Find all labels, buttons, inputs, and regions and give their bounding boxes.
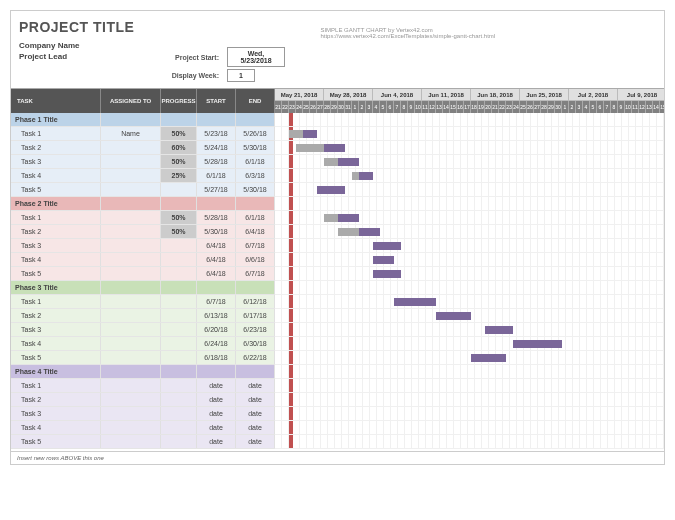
- task-assigned-cell[interactable]: [101, 239, 161, 252]
- task-name-cell[interactable]: Task 4: [11, 169, 101, 182]
- task-assigned-cell[interactable]: [101, 169, 161, 182]
- task-start-cell[interactable]: 5/30/18: [197, 225, 236, 238]
- task-row[interactable]: Task 1datedate: [11, 379, 275, 393]
- task-end-cell[interactable]: 6/23/18: [236, 323, 275, 336]
- task-row[interactable]: Task 55/27/185/30/18: [11, 183, 275, 197]
- task-end-cell[interactable]: 6/7/18: [236, 267, 275, 280]
- task-start-cell[interactable]: 6/18/18: [197, 351, 236, 364]
- phase-header-row[interactable]: Phase 4 Title: [11, 365, 275, 379]
- col-progress-header[interactable]: PROGRESS: [161, 89, 197, 113]
- task-name-cell[interactable]: Task 4: [11, 253, 101, 266]
- task-row[interactable]: Task 46/4/186/6/18: [11, 253, 275, 267]
- task-end-cell[interactable]: date: [236, 407, 275, 420]
- task-assigned-cell[interactable]: [101, 141, 161, 154]
- phase-header-row[interactable]: Phase 2 Title: [11, 197, 275, 211]
- task-end-cell[interactable]: 5/30/18: [236, 183, 275, 196]
- task-end-cell[interactable]: 5/26/18: [236, 127, 275, 140]
- task-start-cell[interactable]: 6/20/18: [197, 323, 236, 336]
- task-assigned-cell[interactable]: [101, 421, 161, 434]
- task-assigned-cell[interactable]: [101, 211, 161, 224]
- phase-header-row[interactable]: Phase 3 Title: [11, 281, 275, 295]
- task-name-cell[interactable]: Task 3: [11, 407, 101, 420]
- task-name-cell[interactable]: Task 2: [11, 393, 101, 406]
- phase-assigned[interactable]: [101, 365, 161, 378]
- task-start-cell[interactable]: 5/28/18: [197, 211, 236, 224]
- task-end-cell[interactable]: 6/22/18: [236, 351, 275, 364]
- task-progress-cell[interactable]: [161, 323, 197, 336]
- task-name-cell[interactable]: Task 3: [11, 155, 101, 168]
- phase-assigned[interactable]: [101, 197, 161, 210]
- task-row[interactable]: Task 1Name50%5/23/185/26/18: [11, 127, 275, 141]
- gantt-bar[interactable]: [373, 256, 394, 264]
- phase-end[interactable]: [236, 197, 275, 210]
- task-end-cell[interactable]: date: [236, 379, 275, 392]
- task-row[interactable]: Task 26/13/186/17/18: [11, 309, 275, 323]
- task-progress-cell[interactable]: [161, 253, 197, 266]
- task-row[interactable]: Task 250%5/30/186/4/18: [11, 225, 275, 239]
- task-end-cell[interactable]: 6/6/18: [236, 253, 275, 266]
- phase-title[interactable]: Phase 1 Title: [11, 113, 101, 126]
- phase-assigned[interactable]: [101, 281, 161, 294]
- task-assigned-cell[interactable]: Name: [101, 127, 161, 140]
- task-start-cell[interactable]: 6/4/18: [197, 267, 236, 280]
- col-assigned-header[interactable]: ASSIGNED TO: [101, 89, 161, 113]
- task-name-cell[interactable]: Task 4: [11, 337, 101, 350]
- task-end-cell[interactable]: 5/30/18: [236, 141, 275, 154]
- task-progress-cell[interactable]: [161, 421, 197, 434]
- task-end-cell[interactable]: 6/17/18: [236, 309, 275, 322]
- gantt-bar[interactable]: [394, 298, 436, 306]
- task-name-cell[interactable]: Task 3: [11, 323, 101, 336]
- gantt-bar[interactable]: [436, 312, 471, 320]
- task-end-cell[interactable]: 6/4/18: [236, 225, 275, 238]
- task-assigned-cell[interactable]: [101, 407, 161, 420]
- gantt-bar[interactable]: [317, 186, 345, 194]
- gantt-bar[interactable]: [471, 354, 506, 362]
- task-end-cell[interactable]: date: [236, 393, 275, 406]
- task-progress-cell[interactable]: [161, 393, 197, 406]
- gantt-bar[interactable]: [513, 340, 562, 348]
- phase-end[interactable]: [236, 113, 275, 126]
- phase-end[interactable]: [236, 281, 275, 294]
- phase-start[interactable]: [197, 197, 236, 210]
- task-assigned-cell[interactable]: [101, 267, 161, 280]
- task-start-cell[interactable]: date: [197, 435, 236, 448]
- col-task-header[interactable]: TASK: [11, 89, 101, 113]
- task-end-cell[interactable]: 6/7/18: [236, 239, 275, 252]
- task-assigned-cell[interactable]: [101, 351, 161, 364]
- task-row[interactable]: Task 56/18/186/22/18: [11, 351, 275, 365]
- task-start-cell[interactable]: date: [197, 421, 236, 434]
- task-row[interactable]: Task 2datedate: [11, 393, 275, 407]
- phase-start[interactable]: [197, 113, 236, 126]
- task-progress-cell[interactable]: [161, 295, 197, 308]
- task-assigned-cell[interactable]: [101, 295, 161, 308]
- gantt-bar[interactable]: [485, 326, 513, 334]
- task-assigned-cell[interactable]: [101, 323, 161, 336]
- task-row[interactable]: Task 16/7/186/12/18: [11, 295, 275, 309]
- col-start-header[interactable]: START: [197, 89, 236, 113]
- task-assigned-cell[interactable]: [101, 337, 161, 350]
- task-progress-cell[interactable]: [161, 337, 197, 350]
- phase-title[interactable]: Phase 4 Title: [11, 365, 101, 378]
- task-row[interactable]: Task 260%5/24/185/30/18: [11, 141, 275, 155]
- phase-header-row[interactable]: Phase 1 Title: [11, 113, 275, 127]
- task-start-cell[interactable]: date: [197, 407, 236, 420]
- task-name-cell[interactable]: Task 1: [11, 211, 101, 224]
- task-assigned-cell[interactable]: [101, 225, 161, 238]
- task-progress-cell[interactable]: [161, 379, 197, 392]
- task-end-cell[interactable]: 6/12/18: [236, 295, 275, 308]
- task-row[interactable]: Task 350%5/28/186/1/18: [11, 155, 275, 169]
- task-end-cell[interactable]: 6/1/18: [236, 155, 275, 168]
- task-start-cell[interactable]: 6/24/18: [197, 337, 236, 350]
- task-end-cell[interactable]: date: [236, 421, 275, 434]
- task-assigned-cell[interactable]: [101, 435, 161, 448]
- task-name-cell[interactable]: Task 4: [11, 421, 101, 434]
- task-name-cell[interactable]: Task 5: [11, 435, 101, 448]
- task-progress-cell[interactable]: [161, 407, 197, 420]
- phase-end[interactable]: [236, 365, 275, 378]
- task-start-cell[interactable]: date: [197, 393, 236, 406]
- phase-start[interactable]: [197, 281, 236, 294]
- task-start-cell[interactable]: 6/4/18: [197, 253, 236, 266]
- task-name-cell[interactable]: Task 2: [11, 225, 101, 238]
- task-name-cell[interactable]: Task 5: [11, 351, 101, 364]
- task-name-cell[interactable]: Task 1: [11, 379, 101, 392]
